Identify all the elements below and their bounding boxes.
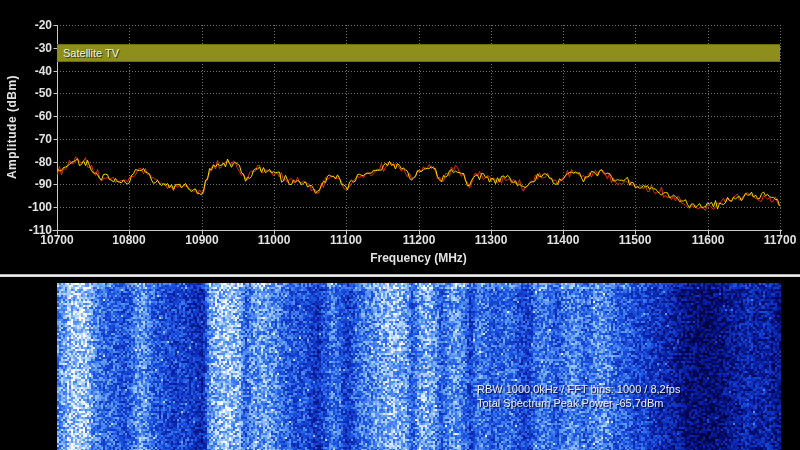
waterfall-panel: RBW 1000,0kHz / FFT bins: 1000 / 8,2fps … [0,277,800,450]
y-tick-label: -30 [0,42,52,55]
x-tick-label: 11700 [748,234,800,247]
x-tick-label: 11500 [603,234,667,247]
y-tick-label: -50 [0,87,52,100]
y-tick-label: -100 [0,201,52,214]
waterfall-status-overlay: RBW 1000,0kHz / FFT bins: 1000 / 8,2fps … [477,382,680,410]
x-tick-label: 11300 [459,234,523,247]
x-tick-label: 10900 [170,234,234,247]
y-tick-label: -70 [0,133,52,146]
y-tick-label: -20 [0,19,52,32]
rbw-fft-status-text: RBW 1000,0kHz / FFT bins: 1000 / 8,2fps [477,382,680,396]
x-tick-label: 11400 [531,234,595,247]
x-tick-label: 11200 [387,234,451,247]
x-tick-label: 10800 [97,234,161,247]
y-tick-label: -60 [0,110,52,123]
x-tick-label: 10700 [25,234,89,247]
frequency-axis-title: Frequency (MHz) [57,251,780,265]
band-marker-label: Satellite TV [57,45,780,61]
spectrum-panel: Satellite TV Amplitude (dBm) Frequency (… [0,0,800,274]
x-tick-label: 11000 [242,234,306,247]
y-tick-label: -80 [0,156,52,169]
y-tick-label: -40 [0,65,52,78]
x-tick-label: 11100 [314,234,378,247]
x-tick-label: 11600 [676,234,740,247]
spectrum-analyzer-app: Satellite TV Amplitude (dBm) Frequency (… [0,0,800,450]
y-tick-label: -90 [0,178,52,191]
peak-power-status-text: Total Spectrum Peak Power -65,7dBm [477,396,680,410]
waterfall-canvas[interactable] [0,277,800,450]
satellite-tv-band-marker: Satellite TV [57,44,780,62]
